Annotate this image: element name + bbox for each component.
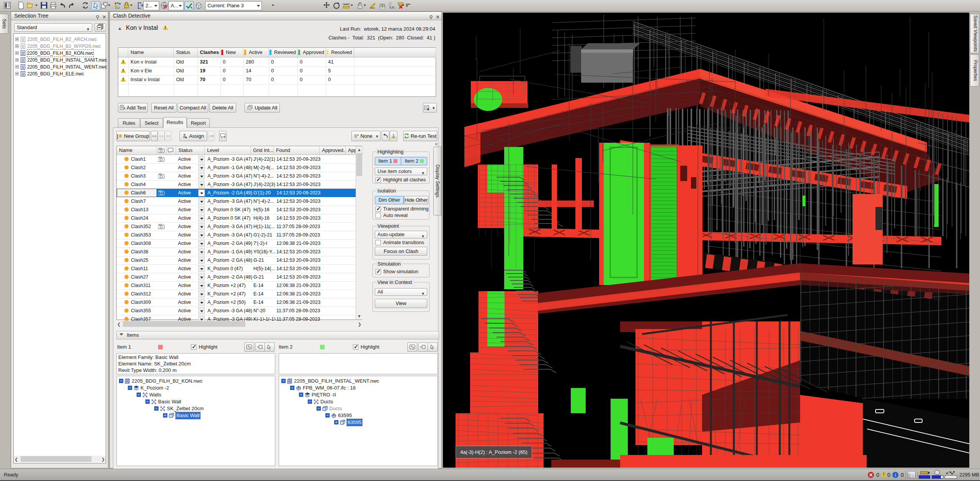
- svg-text:i: i: [895, 472, 896, 478]
